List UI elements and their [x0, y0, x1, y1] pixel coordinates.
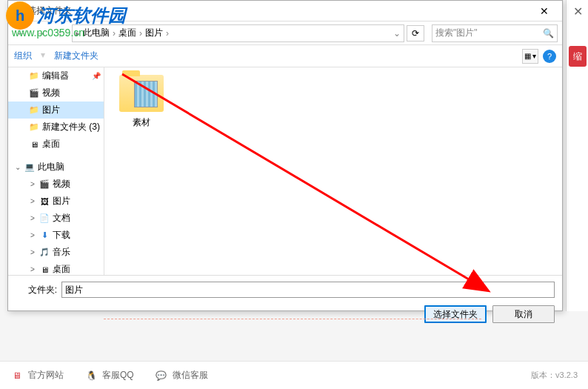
refresh-button[interactable]: ⟳	[407, 25, 424, 41]
folder-label: 素材	[112, 116, 171, 129]
sidebar-item-desktop[interactable]: 🖥桌面	[8, 136, 104, 153]
sidebar-item-videos[interactable]: >🎬视频	[8, 176, 104, 193]
close-button[interactable]: ✕	[529, 2, 559, 20]
titlebar: 选择文件夹 ✕	[8, 1, 562, 21]
sidebar-item-video[interactable]: 🎬视频	[8, 84, 104, 102]
version-label: 版本：v3.2.3	[531, 370, 578, 381]
folder-field-label: 文件夹:	[16, 284, 57, 296]
forward-button[interactable]: →	[32, 24, 50, 42]
toolbar: 组织 ▾ 新建文件夹 ▦ ▾ ?	[8, 45, 562, 67]
content-area[interactable]: 素材	[104, 67, 562, 275]
monitor-icon: 🖥	[10, 369, 24, 382]
breadcrumb-item[interactable]: 图片	[142, 27, 166, 39]
sidebar-item-music[interactable]: >🎵音乐	[8, 244, 104, 261]
dotted-divider	[104, 319, 481, 333]
search-icon: 🔍	[543, 28, 554, 39]
nav-bar: ← → ↑ ▸ 此电脑 › 桌面 › 图片 › ⌄ ⟳ 搜索"图片" 🔍	[8, 21, 562, 45]
folder-input[interactable]	[61, 282, 555, 298]
panel-close-icon[interactable]: ✕	[567, 0, 588, 22]
sidebar-item-newfolder[interactable]: 📁新建文件夹 (3)	[8, 119, 104, 136]
sidebar-item-editor[interactable]: 📁编辑器📌	[8, 67, 104, 84]
footer-wechat[interactable]: 💬 微信客服	[155, 369, 208, 382]
footer: 🖥 官方网站 🐧 客服QQ 💬 微信客服 版本：v3.2.3	[0, 361, 588, 389]
sidebar-item-computer[interactable]: ⌄💻此电脑	[8, 159, 104, 176]
dropdown-icon[interactable]: ⌄	[393, 28, 401, 39]
pin-icon: 📌	[92, 72, 101, 80]
help-button[interactable]: ?	[543, 50, 556, 63]
sidebar-item-pictures2[interactable]: >🖼图片	[8, 193, 104, 210]
breadcrumb-item[interactable]: 此电脑	[80, 27, 113, 39]
footer-website[interactable]: 🖥 官方网站	[10, 369, 64, 382]
back-button[interactable]: ←	[13, 24, 30, 42]
folder-item[interactable]: 素材	[112, 75, 171, 129]
sidebar-item-desktop2[interactable]: >🖥桌面	[8, 261, 104, 275]
breadcrumb[interactable]: ▸ 此电脑 › 桌面 › 图片 › ⌄	[72, 24, 404, 42]
cancel-button[interactable]: 取消	[492, 305, 555, 323]
organize-button[interactable]: 组织	[14, 50, 32, 62]
new-folder-button[interactable]: 新建文件夹	[54, 50, 98, 62]
sidebar-item-docs[interactable]: >📄文档	[8, 210, 104, 227]
wechat-icon: 💬	[155, 369, 168, 382]
footer-qq[interactable]: 🐧 客服QQ	[84, 369, 134, 382]
sidebar-item-pictures[interactable]: 📁图片	[8, 102, 104, 119]
file-dialog: 选择文件夹 ✕ ← → ↑ ▸ 此电脑 › 桌面 › 图片 › ⌄ ⟳ 搜索"图…	[7, 0, 563, 311]
view-button[interactable]: ▦ ▾	[522, 49, 538, 64]
breadcrumb-item[interactable]: 桌面	[116, 27, 139, 39]
folder-icon	[119, 75, 164, 112]
sidebar-item-downloads[interactable]: >⬇下载	[8, 227, 104, 244]
dialog-title: 选择文件夹	[27, 4, 72, 17]
qq-icon: 🐧	[84, 369, 98, 382]
shrink-button[interactable]: 缩	[569, 46, 587, 67]
search-input[interactable]: 搜索"图片" 🔍	[432, 24, 558, 42]
up-button[interactable]: ↑	[51, 24, 69, 42]
sidebar: 📁编辑器📌 🎬视频 📁图片 📁新建文件夹 (3) 🖥桌面 ⌄💻此电脑 >🎬视频 …	[8, 67, 104, 275]
app-icon	[14, 6, 24, 16]
